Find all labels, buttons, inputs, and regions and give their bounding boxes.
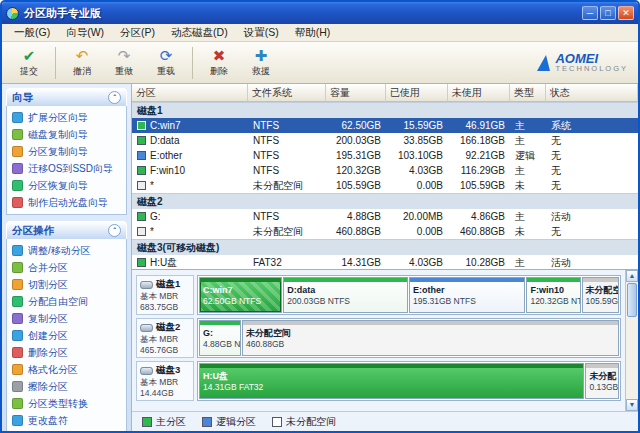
partition-name-cell: * [132,178,248,193]
sidebar-item[interactable]: 格式化分区 [9,361,124,378]
toolbar-button[interactable]: ✖删除 [198,44,240,82]
vertical-scrollbar[interactable]: ▲ ▼ [625,270,638,411]
toolbar-button[interactable]: ⟳重载 [145,44,187,82]
column-header[interactable]: 容量 [326,84,386,102]
sidebar-item[interactable]: 扩展分区向导 [9,109,124,126]
column-header[interactable]: 已使用 [386,84,448,102]
toolbar-button[interactable]: ✚救援 [240,44,282,82]
toolbar-button-label: 删除 [210,65,228,78]
chevron-up-icon[interactable]: ˆ [108,224,121,237]
sidebar-item-label: 迁移OS到SSD向导 [28,162,113,176]
panel-header[interactable]: 分区操作ˆ [6,221,127,239]
legend-swatch [202,417,212,427]
status-cell: 无 [546,163,638,178]
disk-segments: C:win762.50GB NTFSD:data200.03GB NTFSE:o… [197,275,621,315]
sidebar-item-icon [12,245,23,256]
sidebar-item[interactable]: 合并分区 [9,259,124,276]
sidebar-item-label: 格式化分区 [28,363,78,377]
menu-item[interactable]: 分区(P) [112,25,163,41]
sidebar-item[interactable]: 更改盘符 [9,412,124,429]
disk-size-label: 465.76GB [140,345,190,356]
sidebar-item[interactable]: 擦除分区 [9,378,124,395]
disk-group-row[interactable]: 磁盘1 [132,102,638,118]
partition-row[interactable]: H:U盘FAT3214.31GB4.03GB10.28GB主活动 [132,255,638,270]
disk-segment[interactable]: C:win762.50GB NTFS [199,277,282,313]
sidebar-item[interactable]: 分区恢复向导 [9,177,124,194]
sidebar-item[interactable]: 分区类型转换 [9,395,124,412]
segment-label: F:win10 [530,285,576,296]
menu-item[interactable]: 向导(W) [58,25,112,41]
sidebar-item[interactable]: 迁移OS到SSD向导 [9,160,124,177]
segment-type-strip [243,321,618,325]
column-header[interactable]: 类型 [510,84,546,102]
sidebar-item[interactable]: 磁盘复制向导 [9,126,124,143]
sidebar-item-label: 分区复制向导 [28,145,88,159]
segment-size: 14.31GB FAT32 [203,382,580,392]
toolbar-separator [55,47,56,79]
scroll-down-arrow-icon[interactable]: ▼ [626,399,638,411]
menu-item[interactable]: 一般(G) [6,25,58,41]
scroll-up-arrow-icon[interactable]: ▲ [626,270,638,282]
panel-header[interactable]: 向导ˆ [6,88,127,106]
disk-card[interactable]: 磁盘3基本 MBR14.44GB [136,361,194,401]
disk-group-row[interactable]: 磁盘3(可移动磁盘) [132,239,638,255]
sidebar-item[interactable]: 切割分区 [9,276,124,293]
partition-row[interactable]: E:otherNTFS195.31GB103.10GB92.21GB逻辑无 [132,148,638,163]
sidebar-item-label: 切割分区 [28,278,68,292]
column-header[interactable]: 未使用 [448,84,510,102]
panel-body: 扩展分区向导磁盘复制向导分区复制向导迁移OS到SSD向导分区恢复向导制作启动光盘… [6,106,127,215]
toolbar-button[interactable]: ✔提交 [8,44,50,82]
column-header[interactable]: 分区 [132,84,248,102]
disk-group-row[interactable]: 磁盘2 [132,193,638,209]
segment-label: E:other [413,285,521,296]
disk-segment[interactable]: F:win10120.32GB NTFS [526,277,580,313]
partition-row[interactable]: *未分配空间105.59GB0.00B105.59GB未无 [132,178,638,193]
maximize-button[interactable]: □ [600,6,616,20]
disk-bus-label: 基本 MBR [140,291,190,302]
disk-segment[interactable]: E:other195.31GB NTFS [409,277,525,313]
sidebar-item[interactable]: 制作启动光盘向导 [9,194,124,211]
toolbar-button[interactable]: ↶撤消 [61,44,103,82]
column-header[interactable]: 状态 [546,84,638,102]
partition-type-icon [137,121,146,130]
menu-item[interactable]: 帮助(H) [287,25,339,41]
sidebar-item[interactable]: 调整/移动分区 [9,242,124,259]
sidebar-item[interactable]: 复制分区 [9,310,124,327]
sidebar-item[interactable]: 隐藏分区 [9,429,124,431]
disk-bus-label: 基本 MBR [140,334,190,345]
disk-row: 磁盘1基本 MBR683.75GBC:win762.50GB NTFSD:dat… [136,275,621,315]
disk-segment[interactable]: 未分配空间105.59GB [582,277,619,313]
aomei-sail-icon [537,55,550,71]
menu-item[interactable]: 设置(S) [236,25,287,41]
partition-name: E:other [150,150,182,161]
disk-segment[interactable]: 未分配0.13GB [585,363,619,399]
disk-card[interactable]: 磁盘2基本 MBR465.76GB [136,318,194,358]
scrollbar-thumb[interactable] [627,283,637,317]
sidebar-item[interactable]: 删除分区 [9,344,124,361]
partition-row[interactable]: G:NTFS4.88GB20.00MB4.86GB主活动 [132,209,638,224]
disk-segment[interactable]: G:4.88GB NTFS [199,320,241,356]
disk-segment[interactable]: D:data200.03GB NTFS [283,277,408,313]
sidebar-item[interactable]: 创建分区 [9,327,124,344]
minimize-button[interactable]: ─ [582,6,598,20]
chevron-up-icon[interactable]: ˆ [108,91,121,104]
disk-card[interactable]: 磁盘1基本 MBR683.75GB [136,275,194,315]
menu-item[interactable]: 动态磁盘(D) [163,25,236,41]
disk-segment[interactable]: 未分配空间460.88GB [242,320,619,356]
partition-row[interactable]: D:dataNTFS200.03GB33.85GB166.18GB主无 [132,133,638,148]
disk-size-label: 14.44GB [140,388,190,399]
segment-size: 4.88GB NTFS [203,339,237,349]
partition-row[interactable]: C:win7NTFS62.50GB15.59GB46.91GB主系统 [132,118,638,133]
sidebar-item[interactable]: 分配自由空间 [9,293,124,310]
scrollbar-track[interactable] [626,318,638,399]
column-header[interactable]: 文件系统 [248,84,326,102]
window-title: 分区助手专业版 [24,6,582,21]
close-button[interactable]: ✕ [618,6,634,20]
disk-segment[interactable]: H:U盘14.31GB FAT32 [199,363,584,399]
partition-type-icon [137,181,146,190]
legend-swatch [142,417,152,427]
toolbar-button[interactable]: ↷重做 [103,44,145,82]
partition-row[interactable]: F:win10NTFS120.32GB4.03GB116.29GB主无 [132,163,638,178]
partition-row[interactable]: *未分配空间460.88GB0.00B460.88GB未无 [132,224,638,239]
sidebar-item[interactable]: 分区复制向导 [9,143,124,160]
